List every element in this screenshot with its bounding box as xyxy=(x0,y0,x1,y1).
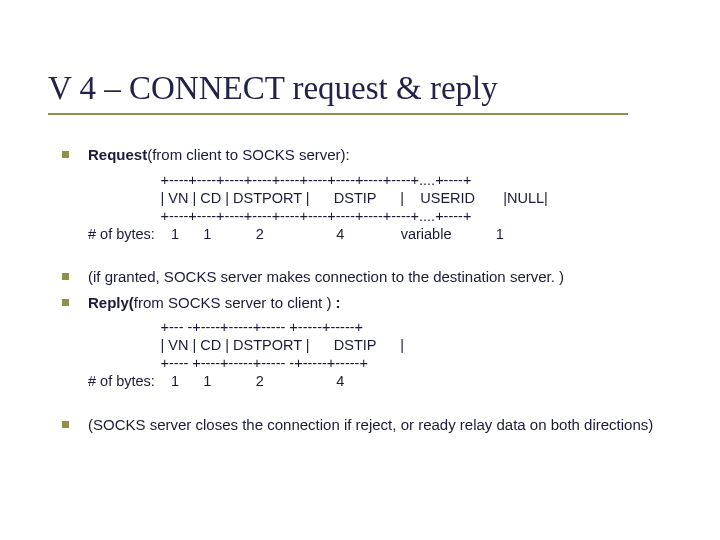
close-text: (SOCKS server closes the connection if r… xyxy=(88,416,653,433)
spacer xyxy=(58,401,690,415)
rep-bytes: # of bytes: 1 1 2 4 xyxy=(88,373,344,389)
slide-title: V 4 – CONNECT request & reply xyxy=(48,70,690,107)
request-bold: Request xyxy=(88,146,147,163)
req-fields: | VN | CD | DSTPORT | DSTIP | USERID |NU… xyxy=(88,190,548,206)
bullet-close: (SOCKS server closes the connection if r… xyxy=(58,415,690,435)
bullet-reply: Reply(from SOCKS server to client ) : xyxy=(58,293,690,313)
reply-colon: : xyxy=(331,294,340,311)
spacer xyxy=(58,253,690,267)
req-border-bottom: +----+----+----+----+----+----+----+----… xyxy=(88,208,471,224)
bullet-list: Request(from client to SOCKS server): +-… xyxy=(58,145,690,434)
req-bytes: # of bytes: 1 1 2 4 variable 1 xyxy=(88,226,504,242)
request-diagram: +----+----+----+----+----+----+----+----… xyxy=(58,171,690,244)
slide: V 4 – CONNECT request & reply Request(fr… xyxy=(0,0,720,540)
request-rest: (from client to SOCKS server): xyxy=(147,146,350,163)
req-border-top: +----+----+----+----+----+----+----+----… xyxy=(88,172,471,188)
bullet-request: Request(from client to SOCKS server): xyxy=(58,145,690,165)
title-rule xyxy=(48,113,628,115)
reply-bold: Reply( xyxy=(88,294,134,311)
granted-text: (if granted, SOCKS server makes connecti… xyxy=(88,268,564,285)
rep-fields: | VN | CD | DSTPORT | DSTIP | xyxy=(88,337,404,353)
reply-rest: from SOCKS server to client ) xyxy=(134,294,332,311)
bullet-granted: (if granted, SOCKS server makes connecti… xyxy=(58,267,690,287)
rep-border-top: +--- -+----+-----+----- +-----+-----+ xyxy=(88,319,363,335)
reply-diagram: +--- -+----+-----+----- +-----+-----+ | … xyxy=(58,318,690,391)
rep-border-bottom: +---- +----+-----+----- -+-----+-----+ xyxy=(88,355,368,371)
